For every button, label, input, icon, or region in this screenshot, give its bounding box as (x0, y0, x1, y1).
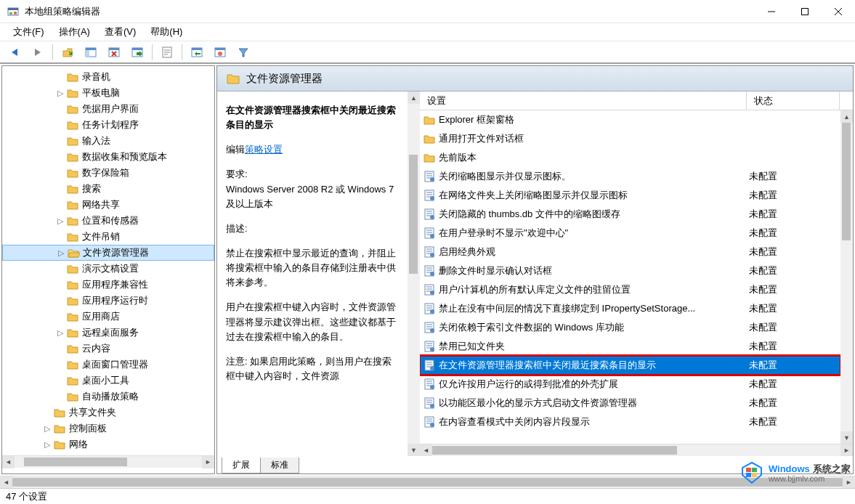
maximize-button[interactable] (788, 1, 822, 23)
edit-policy-link[interactable]: 策略设置 (245, 144, 283, 155)
delete-button[interactable] (104, 43, 124, 62)
list-folder-row[interactable]: Explorer 框架窗格 (420, 110, 840, 129)
outer-hscroll[interactable]: ◄ ► (0, 476, 855, 488)
tree-item[interactable]: 共享文件夹 (2, 405, 214, 420)
tree-item-label: 应用程序兼容性 (82, 278, 148, 291)
list-setting-row[interactable]: 在文件资源管理器搜索框中关闭最近搜索条目的显示未配置 (420, 356, 840, 375)
tree-item[interactable]: 输入法 (2, 133, 214, 149)
expander-icon[interactable]: ▷ (41, 440, 53, 450)
tree-item[interactable]: 演示文稿设置 (2, 261, 214, 277)
tab-standard[interactable]: 标准 (260, 458, 299, 473)
list-folder-row[interactable]: 通用打开文件对话框 (420, 129, 840, 148)
list-setting-row[interactable]: 启用经典外观未配置 (420, 243, 840, 261)
tree-item[interactable]: 任务计划程序 (2, 117, 214, 133)
tree-item[interactable]: ▷控制面板 (2, 420, 214, 436)
show-hide-tree-button[interactable] (81, 43, 101, 62)
tree-item-label: 应用商店 (82, 310, 120, 323)
row-label: 在内容查看模式中关闭内容片段显示 (439, 415, 590, 428)
properties-button[interactable] (157, 43, 177, 62)
back-button[interactable] (4, 43, 25, 62)
folder-icon (53, 422, 66, 435)
row-label: 在文件资源管理器搜索框中关闭最近搜索条目的显示 (439, 359, 656, 372)
tree-item[interactable]: 数字保险箱 (2, 165, 214, 181)
col-state[interactable]: 状态 (747, 92, 840, 110)
tree-hscroll[interactable]: ◄ ► (2, 455, 214, 468)
svg-point-61 (430, 290, 434, 295)
list-vscroll[interactable]: ▲ ▼ (840, 110, 853, 444)
expander-icon[interactable]: ▷ (41, 424, 53, 434)
list-setting-row[interactable]: 关闭缩略图显示并仅显示图标。未配置 (420, 167, 840, 186)
row-label: 关闭依赖于索引文件数据的 Windows 库功能 (439, 321, 624, 334)
row-state: 未配置 (745, 189, 838, 202)
row-label: 以功能区最小化的显示方式启动文件资源管理器 (439, 397, 637, 410)
list-body[interactable]: Explorer 框架窗格通用打开文件对话框先前版本关闭缩略图显示并仅显示图标。… (420, 110, 840, 444)
list-setting-row[interactable]: 在内容查看模式中关闭内容片段显示未配置 (420, 412, 840, 431)
list-setting-row[interactable]: 以功能区最小化的显示方式启动文件资源管理器未配置 (420, 394, 840, 412)
tree-item[interactable]: 云内容 (2, 341, 214, 357)
tree-item[interactable]: ▷文件资源管理器 (2, 245, 214, 261)
tree-item[interactable]: 应用程序运行时 (2, 293, 214, 309)
selected-policy-title: 在文件资源管理器搜索框中关闭最近搜索条目的显示 (226, 103, 399, 132)
tree-item[interactable]: 录音机 (2, 69, 214, 85)
expander-icon[interactable]: ▷ (54, 216, 66, 226)
close-button[interactable] (822, 1, 855, 23)
row-label: 仅允许按用户运行的或得到批准的外壳扩展 (439, 378, 618, 391)
tree-item[interactable]: 数据收集和预览版本 (2, 149, 214, 165)
menu-view[interactable]: 查看(V) (97, 24, 143, 40)
tree-item-label: 桌面窗口管理器 (82, 358, 148, 371)
tree-item[interactable]: ▷平板电脑 (2, 85, 214, 101)
tree-item-label: 网络共享 (82, 198, 120, 211)
tree-item[interactable]: 应用商店 (2, 309, 214, 325)
tree-item[interactable]: ▷远程桌面服务 (2, 325, 214, 341)
forward-button[interactable] (28, 43, 48, 62)
tree-item[interactable]: ▷网络 (2, 436, 214, 452)
minimize-button[interactable] (755, 1, 788, 23)
expander-icon[interactable]: ▷ (54, 328, 66, 338)
tree-item[interactable]: 桌面小工具 (2, 373, 214, 389)
tree-item[interactable]: 搜索 (2, 181, 214, 197)
col-setting[interactable]: 设置 (420, 92, 747, 110)
filter-button[interactable] (233, 43, 254, 62)
list-setting-row[interactable]: 用户/计算机的所有默认库定义文件的驻留位置未配置 (420, 280, 840, 299)
list-setting-row[interactable]: 在网络文件夹上关闭缩略图显示并仅显示图标未配置 (420, 186, 840, 205)
menu-file[interactable]: 文件(F) (6, 24, 52, 40)
description-p1: 禁止在搜索框中显示最近的查询，并阻止将搜索框中输入的条目存储到注册表中供将来参考… (226, 246, 399, 290)
list-setting-row[interactable]: 在用户登录时不显示"欢迎中心"未配置 (420, 224, 840, 243)
requirements-label: 要求: (226, 168, 248, 179)
export-button[interactable] (127, 43, 147, 62)
tree-item[interactable]: 自动播放策略 (2, 389, 214, 405)
tab-extended[interactable]: 扩展 (222, 458, 261, 473)
list-setting-row[interactable]: 禁止在没有中间层的情况下直接绑定到 IPropertySetStorage...… (420, 299, 840, 318)
tree-item[interactable]: 文件吊销 (2, 229, 214, 245)
setting-icon (423, 302, 436, 315)
list-hscroll[interactable]: ◄ ► (420, 444, 853, 456)
row-label: 用户/计算机的所有默认库定义文件的驻留位置 (439, 283, 631, 296)
menu-action[interactable]: 操作(A) (52, 24, 97, 40)
list-setting-row[interactable]: 删除文件时显示确认对话框未配置 (420, 261, 840, 280)
folder-icon (66, 86, 79, 99)
tree-item[interactable]: 凭据用户界面 (2, 101, 214, 117)
list-setting-row[interactable]: 关闭依赖于索引文件数据的 Windows 库功能未配置 (420, 318, 840, 337)
tree-item[interactable]: 桌面窗口管理器 (2, 357, 214, 373)
up-button[interactable] (57, 43, 78, 62)
help-button[interactable] (210, 43, 230, 62)
detail-vscroll[interactable]: ▲ ▼ (408, 92, 420, 456)
list-folder-row[interactable]: 先前版本 (420, 148, 840, 167)
refresh-button[interactable] (187, 43, 207, 62)
list-setting-row[interactable]: 禁用已知文件夹未配置 (420, 337, 840, 356)
tree-item[interactable]: ▷位置和传感器 (2, 213, 214, 229)
list-setting-row[interactable]: 关闭隐藏的 thumbs.db 文件中的缩略图缓存未配置 (420, 205, 840, 224)
tree-item[interactable]: 应用程序兼容性 (2, 277, 214, 293)
svg-point-86 (430, 385, 434, 389)
tree-pane[interactable]: 录音机▷平板电脑凭据用户界面任务计划程序输入法数据收集和预览版本数字保险箱搜索网… (1, 65, 215, 474)
list-setting-row[interactable]: 仅允许按用户运行的或得到批准的外壳扩展未配置 (420, 375, 840, 394)
menu-help[interactable]: 帮助(H) (143, 24, 190, 40)
row-label: 先前版本 (439, 151, 477, 164)
expander-icon[interactable]: ▷ (54, 89, 66, 98)
expander-icon[interactable]: ▷ (55, 248, 67, 258)
settings-list: 设置 状态 Explorer 框架窗格通用打开文件对话框先前版本关闭缩略图显示并… (420, 92, 853, 456)
tree-item-label: 平板电脑 (82, 86, 120, 99)
tree-item[interactable]: 网络共享 (2, 197, 214, 213)
row-label: 通用打开文件对话框 (439, 132, 524, 145)
row-label: 禁用已知文件夹 (439, 340, 505, 353)
